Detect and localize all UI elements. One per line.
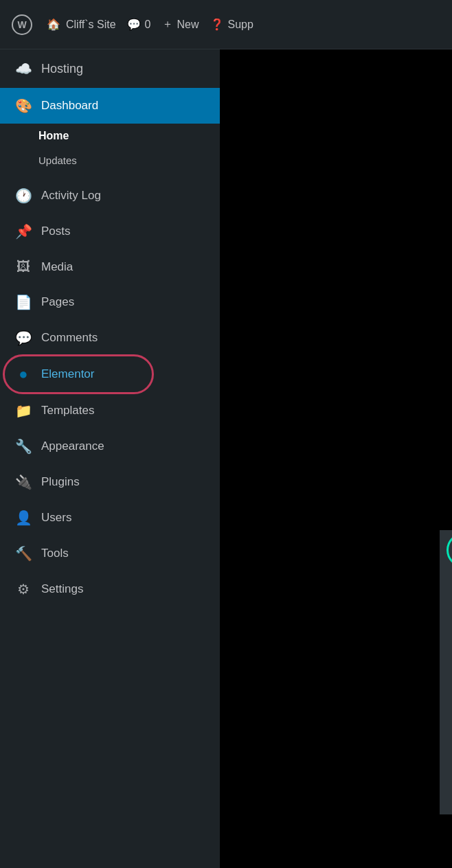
tools-icon: 🔨	[14, 545, 33, 562]
new-nav[interactable]: ＋ New	[162, 17, 199, 32]
sidebar-item-elementor[interactable]: ● Elementor	[0, 356, 220, 393]
media-label: Media	[41, 260, 73, 274]
pages-label: Pages	[41, 295, 74, 309]
dashboard-icon: 🎨	[14, 98, 33, 114]
dashboard-label: Dashboard	[41, 99, 98, 113]
users-icon: 👤	[14, 510, 33, 526]
posts-label: Posts	[41, 225, 71, 238]
sidebar-item-settings[interactable]: ⚙ Settings	[0, 571, 220, 607]
sidebar-item-templates[interactable]: 📁 Templates	[0, 393, 220, 429]
main-layout: ☁️ Hosting 🎨 Dashboard Home Updates 🕐 Ac…	[0, 49, 452, 868]
submenu-item-custom-icons[interactable]: Custom Icons	[440, 625, 452, 656]
pages-icon: 📄	[14, 294, 33, 310]
submenu-item-tools[interactable]: Tools	[440, 751, 452, 783]
media-icon: 🖼	[14, 259, 33, 275]
submenu-item-role-manager[interactable]: Role Manager	[440, 688, 452, 720]
elementor-icon: ●	[14, 365, 33, 383]
comments-nav[interactable]: 💬 0	[127, 18, 151, 31]
support-nav[interactable]: ❓ Supp	[210, 18, 253, 31]
submenu-item-custom-code[interactable]: Custom Code	[440, 656, 452, 688]
sidebar-item-appearance[interactable]: 🔧 Appearance	[0, 429, 220, 464]
comment-icon: 💬	[127, 18, 141, 31]
templates-icon: 📁	[14, 402, 33, 419]
tools-label: Tools	[41, 547, 69, 560]
appearance-icon: 🔧	[14, 438, 33, 455]
plugins-icon: 🔌	[14, 474, 33, 490]
elementor-submenu: Settings Submissions Custom Fonts Custom…	[440, 530, 452, 814]
sidebar-item-dashboard[interactable]: 🎨 Dashboard	[0, 88, 220, 124]
elementor-label: Elementor	[41, 367, 94, 381]
activity-log-label: Activity Log	[41, 189, 101, 203]
sidebar-item-tools[interactable]: 🔨 Tools	[0, 536, 220, 571]
templates-label: Templates	[41, 404, 94, 418]
submenu-item-submissions[interactable]: Submissions	[440, 562, 452, 593]
new-label: New	[177, 19, 199, 31]
hosting-label: Hosting	[41, 62, 83, 76]
main-content-area: Settings Submissions Custom Fonts Custom…	[220, 49, 452, 868]
site-name-nav[interactable]: 🏠 Cliff`s Site	[47, 18, 116, 31]
comment-count: 0	[145, 19, 151, 31]
sidebar-item-users[interactable]: 👤 Users	[0, 500, 220, 536]
house-icon: 🏠	[47, 18, 60, 31]
users-label: Users	[41, 511, 71, 525]
question-icon: ❓	[210, 18, 224, 31]
appearance-label: Appearance	[41, 439, 104, 453]
sidebar-item-hosting[interactable]: ☁️ Hosting	[0, 49, 220, 88]
submenu-item-custom-fonts[interactable]: Custom Fonts	[440, 593, 452, 625]
settings-icon: ⚙	[14, 581, 33, 597]
svg-text:W: W	[17, 19, 27, 30]
comments-icon: 💬	[14, 330, 33, 346]
sidebar-item-comments[interactable]: 💬 Comments	[0, 320, 220, 356]
dashboard-submenu: Home Updates	[0, 124, 220, 178]
submenu-item-element-manager[interactable]: Element Manager	[440, 720, 452, 751]
settings-label: Settings	[41, 582, 83, 596]
activity-log-icon: 🕐	[14, 187, 33, 204]
sidebar-item-media[interactable]: 🖼 Media	[0, 249, 220, 284]
posts-icon: 📌	[14, 223, 33, 240]
sidebar-item-plugins[interactable]: 🔌 Plugins	[0, 464, 220, 500]
sidebar-sub-home[interactable]: Home	[0, 124, 220, 148]
sidebar-item-activity-log[interactable]: 🕐 Activity Log	[0, 178, 220, 214]
wp-logo[interactable]: W	[8, 11, 36, 38]
sidebar-sub-updates[interactable]: Updates	[0, 148, 220, 172]
submenu-item-settings[interactable]: Settings	[440, 530, 452, 562]
sidebar: ☁️ Hosting 🎨 Dashboard Home Updates 🕐 Ac…	[0, 49, 220, 868]
cloud-icon: ☁️	[14, 60, 33, 77]
home-label: Home	[38, 130, 69, 141]
plugins-label: Plugins	[41, 475, 80, 489]
updates-label: Updates	[38, 155, 77, 166]
admin-bar: W 🏠 Cliff`s Site 💬 0 ＋ New ❓ Supp	[0, 0, 452, 49]
sidebar-item-posts[interactable]: 📌 Posts	[0, 214, 220, 249]
plus-icon: ＋	[162, 17, 173, 32]
comments-label: Comments	[41, 331, 98, 345]
submenu-item-system-info[interactable]: System Info	[440, 783, 452, 814]
site-name-label: Cliff`s Site	[66, 19, 116, 31]
sidebar-item-pages[interactable]: 📄 Pages	[0, 284, 220, 320]
support-label: Supp	[228, 19, 253, 31]
